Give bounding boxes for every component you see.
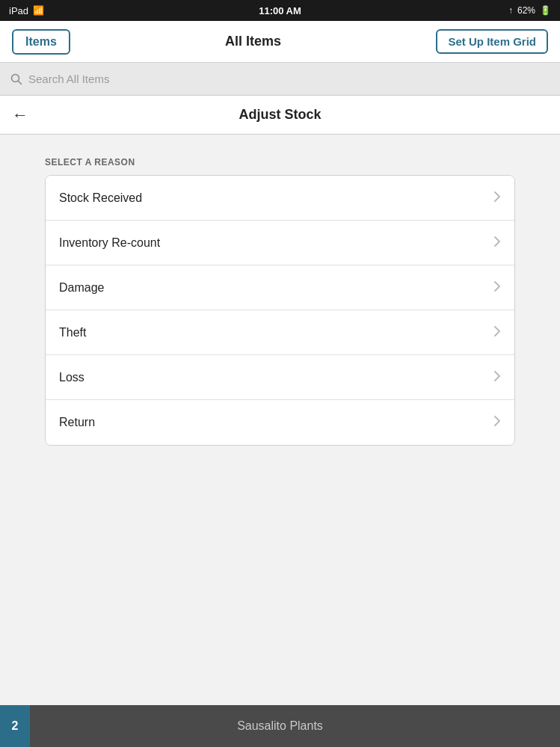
device-label: iPad <box>9 5 28 16</box>
sub-nav-title: Adjust Stock <box>239 107 321 123</box>
status-time: 11:00 AM <box>259 5 301 16</box>
battery-level: 62% <box>517 5 535 16</box>
reason-item-inventory-recount[interactable]: Inventory Re-count <box>46 221 514 265</box>
setup-item-grid-button[interactable]: Set Up Item Grid <box>436 29 548 54</box>
chevron-icon-loss <box>493 370 501 385</box>
reason-item-theft[interactable]: Theft <box>46 310 514 355</box>
main-content: SELECT A REASON Stock ReceivedInventory … <box>0 135 560 461</box>
svg-line-1 <box>19 81 22 84</box>
search-icon <box>10 73 22 85</box>
bottom-bar: 2 Sausalito Plants <box>0 705 560 747</box>
back-arrow-icon: ← <box>12 105 28 125</box>
reason-label-stock-received: Stock Received <box>59 191 142 205</box>
reason-item-return[interactable]: Return <box>46 400 514 445</box>
search-placeholder: Search All Items <box>28 73 109 85</box>
reason-label-loss: Loss <box>59 371 84 384</box>
reason-item-loss[interactable]: Loss <box>46 355 514 400</box>
store-name: Sausalito Plants <box>237 719 323 733</box>
status-right: ↑ 62% 🔋 <box>508 5 551 16</box>
chevron-icon-return <box>493 415 501 430</box>
nav-title: All Items <box>225 34 281 49</box>
search-bar: Search All Items <box>0 63 560 96</box>
reason-label-theft: Theft <box>59 326 86 339</box>
reason-item-damage[interactable]: Damage <box>46 265 514 310</box>
status-left: iPad 📶 <box>9 5 44 16</box>
reason-item-stock-received[interactable]: Stock Received <box>46 176 514 221</box>
status-bar: iPad 📶 11:00 AM ↑ 62% 🔋 <box>0 0 560 21</box>
battery-icon: 🔋 <box>540 5 551 16</box>
chevron-icon-stock-received <box>493 191 501 206</box>
wifi-icon: 📶 <box>33 5 44 16</box>
chevron-icon-theft <box>493 325 501 340</box>
nav-bar: Items All Items Set Up Item Grid <box>0 21 560 63</box>
section-label: SELECT A REASON <box>45 157 515 167</box>
items-button[interactable]: Items <box>12 29 70 55</box>
reasons-list: Stock ReceivedInventory Re-countDamageTh… <box>45 175 515 446</box>
tab-number: 2 <box>0 705 30 747</box>
reason-label-return: Return <box>59 416 95 429</box>
chevron-icon-inventory-recount <box>493 236 501 250</box>
back-button[interactable]: ← <box>12 105 28 125</box>
reason-label-damage: Damage <box>59 281 104 295</box>
chevron-icon-damage <box>493 280 501 295</box>
sub-nav: ← Adjust Stock <box>0 96 560 135</box>
signal-icon: ↑ <box>508 5 513 16</box>
reason-label-inventory-recount: Inventory Re-count <box>59 236 160 250</box>
